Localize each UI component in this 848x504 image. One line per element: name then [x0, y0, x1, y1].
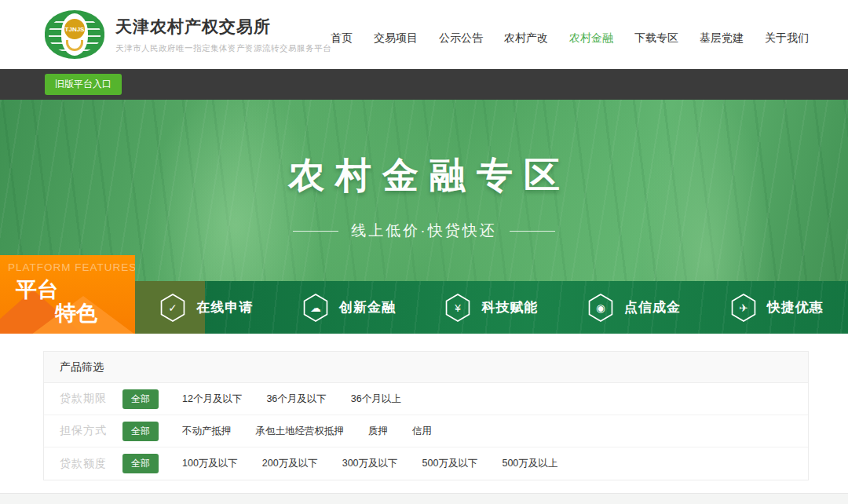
filter-option[interactable]: 12个月及以下: [182, 393, 242, 406]
filter-option[interactable]: 质押: [368, 425, 388, 438]
old-platform-entry-button[interactable]: 旧版平台入口: [45, 74, 122, 95]
hero-banner: 农村金融专区 线上低价·快贷快还 ✓ 在线申请 ☁ 创新金融: [0, 100, 848, 334]
svg-text:◉: ◉: [596, 302, 605, 314]
filter-option[interactable]: 36个月及以下: [266, 393, 326, 406]
svg-text:✈: ✈: [739, 302, 747, 314]
nav-item-rural-reform[interactable]: 农村产改: [504, 31, 548, 46]
logo-emblem-icon: TJNJS: [45, 10, 104, 59]
rocket-icon: ✈: [730, 293, 757, 323]
feature-fast-discount[interactable]: ✈ 快捷优惠: [705, 281, 848, 334]
nav-item-party-building[interactable]: 基层党建: [700, 31, 744, 46]
wheat-icon: [66, 40, 83, 51]
filter-options: 不动产抵押 承包土地经营权抵押 质押 信用: [182, 425, 432, 438]
filter-option[interactable]: 承包土地经营权抵押: [256, 425, 345, 438]
all-filter-button[interactable]: 全部: [122, 389, 159, 409]
nav-item-trading-projects[interactable]: 交易项目: [374, 31, 418, 46]
filter-label: 贷款期限: [60, 392, 107, 406]
nav-item-rural-finance[interactable]: 农村金融: [569, 31, 613, 46]
filter-options: 100万及以下 200万及以下 300万及以下 500万及以下 500万及以上: [182, 457, 557, 470]
feature-online-apply[interactable]: ✓ 在线申请: [135, 281, 278, 334]
filter-option[interactable]: 500万及以上: [502, 457, 557, 470]
footer-strip: [0, 493, 848, 504]
feature-innovative-finance[interactable]: ☁ 创新金融: [278, 281, 421, 334]
product-filter-card: 产品筛选 贷款期限 全部 12个月及以下 36个月及以下 36个月以上 担保方式…: [43, 351, 809, 480]
filter-option[interactable]: 500万及以下: [422, 457, 478, 470]
filter-option[interactable]: 100万及以下: [182, 457, 238, 470]
badge-title-line1: 平台: [16, 276, 58, 304]
filter-row-guarantee-method: 担保方式 全部 不动产抵押 承包土地经营权抵押 质押 信用: [44, 415, 808, 447]
filter-row-loan-amount: 贷款额度 全部 100万及以下 200万及以下 300万及以下 500万及以下 …: [44, 447, 808, 480]
brand-text: 天津农村产权交易所 天津市人民政府唯一指定集体资产资源流转交易服务平台: [115, 16, 331, 54]
subtitle-line-right: [510, 231, 555, 232]
secondary-toolbar: 旧版平台入口: [0, 69, 848, 100]
filter-option[interactable]: 不动产抵押: [182, 425, 232, 438]
yen-tech-icon: ¥: [444, 293, 471, 323]
logo-abbr: TJNJS: [63, 17, 86, 41]
site-header: TJNJS 天津农村产权交易所 天津市人民政府唯一指定集体资产资源流转交易服务平…: [0, 0, 848, 69]
filter-option[interactable]: 200万及以下: [262, 457, 318, 470]
feature-label: 点信成金: [624, 298, 681, 316]
site-title: 天津农村产权交易所: [115, 16, 331, 38]
subtitle-line-left: [293, 231, 338, 232]
feature-credit-to-gold[interactable]: ◉ 点信成金: [563, 281, 706, 334]
platform-features-eyebrow: PLATFORM FEATURES: [8, 261, 135, 273]
feature-tech-empowerment[interactable]: ¥ 科技赋能: [420, 281, 563, 334]
filter-label: 担保方式: [60, 424, 107, 438]
hero-title: 农村金融专区: [0, 152, 848, 200]
filter-row-loan-term: 贷款期限 全部 12个月及以下 36个月及以下 36个月以上: [44, 383, 808, 415]
filter-option[interactable]: 信用: [412, 425, 432, 438]
nav-item-downloads[interactable]: 下载专区: [634, 31, 678, 46]
filter-card-header: 产品筛选: [44, 352, 808, 383]
site-subtitle: 天津市人民政府唯一指定集体资产资源流转交易服务平台: [115, 43, 331, 54]
features-band: ✓ 在线申请 ☁ 创新金融 ¥ 科技赋能: [135, 281, 848, 334]
feature-label: 快捷优惠: [767, 298, 824, 316]
svg-text:¥: ¥: [455, 302, 462, 314]
badge-title-line2: 特色: [55, 299, 97, 327]
hero-subtitle: 线上低价·快贷快还: [351, 221, 496, 241]
feature-label: 科技赋能: [481, 298, 538, 316]
cloud-finance-icon: ☁: [302, 293, 329, 323]
main-nav: 首页 交易项目 公示公告 农村产改 农村金融 下载专区 基层党建 关于我们: [331, 31, 809, 46]
platform-features-badge: PLATFORM FEATURES 平台 特色: [0, 255, 135, 334]
hero-subtitle-row: 线上低价·快贷快还: [0, 221, 848, 241]
filter-label: 贷款额度: [60, 457, 107, 471]
filter-option[interactable]: 300万及以下: [342, 457, 398, 470]
feature-label: 创新金融: [339, 298, 396, 316]
svg-text:✓: ✓: [169, 302, 177, 314]
monitor-check-icon: ✓: [159, 293, 186, 323]
all-filter-button[interactable]: 全部: [122, 454, 159, 473]
feature-label: 在线申请: [196, 298, 253, 316]
filter-card-title: 产品筛选: [60, 360, 104, 374]
filter-option[interactable]: 36个月以上: [351, 393, 401, 406]
filter-options: 12个月及以下 36个月及以下 36个月以上: [182, 393, 401, 406]
nav-item-home[interactable]: 首页: [331, 31, 353, 46]
credit-coin-icon: ◉: [587, 293, 614, 323]
nav-item-public-notice[interactable]: 公示公告: [439, 31, 483, 46]
nav-item-about-us[interactable]: 关于我们: [765, 31, 809, 46]
all-filter-button[interactable]: 全部: [122, 422, 159, 441]
svg-text:☁: ☁: [310, 302, 321, 314]
site-logo[interactable]: TJNJS 天津农村产权交易所 天津市人民政府唯一指定集体资产资源流转交易服务平…: [45, 10, 331, 59]
